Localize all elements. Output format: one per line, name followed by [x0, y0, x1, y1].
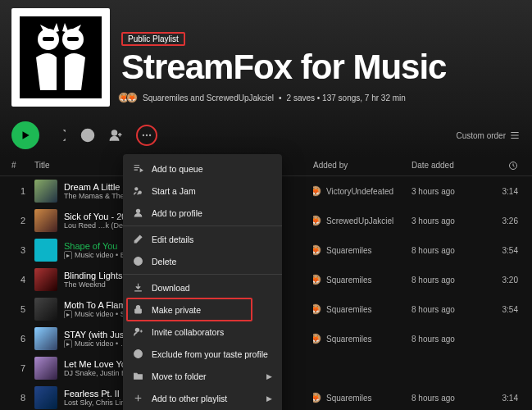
menu-item-invite[interactable]: Invite collaborators [123, 321, 282, 343]
date-added: 8 hours ago [412, 276, 485, 285]
play-button[interactable] [11, 121, 39, 149]
menu-label: Delete [152, 257, 176, 266]
track-cover [34, 298, 57, 321]
track-number: 2 [11, 216, 34, 226]
clock-icon [508, 161, 518, 171]
svg-point-8 [146, 134, 148, 136]
track-number: 1 [11, 186, 34, 196]
added-by[interactable]: 🦊VictoryUndefeated [313, 185, 412, 197]
track-cover [34, 180, 57, 203]
added-by[interactable]: 🦊Squaremiles [313, 333, 412, 344]
menu-item-edit[interactable]: Edit details [123, 228, 282, 250]
menu-label: Make private [152, 305, 201, 315]
menu-label: Download [152, 283, 190, 293]
playlist-title: StreamFox for Music [121, 48, 521, 87]
track-title[interactable]: Blinding Lights [64, 271, 123, 280]
menu-item-exclude[interactable]: Exclude from your taste profile [123, 343, 282, 365]
delete-icon [133, 256, 143, 266]
menu-item-download[interactable]: Download [123, 276, 282, 298]
exclude-icon [133, 348, 143, 359]
chevron-right-icon: ▶ [266, 372, 272, 380]
svg-rect-4 [67, 37, 79, 41]
shuffle-icon[interactable] [52, 128, 67, 143]
menu-label: Add to profile [152, 208, 202, 218]
menu-item-lock[interactable]: Make private [123, 298, 282, 321]
duration: 3:14 [485, 394, 518, 403]
date-added: 8 hours ago [412, 394, 485, 403]
download-icon[interactable] [80, 128, 95, 143]
duration: 3:26 [485, 216, 518, 226]
duration: 3:14 [485, 187, 518, 196]
menu-label: Add to other playlist [152, 394, 227, 403]
menu-label: Start a Jam [152, 186, 196, 196]
svg-point-11 [135, 188, 138, 190]
sort-selector[interactable]: Custom order [456, 130, 521, 141]
added-by[interactable]: 🦊Squaremiles [313, 303, 412, 315]
track-number: 3 [11, 245, 34, 255]
svg-rect-3 [43, 37, 54, 41]
track-number: 6 [11, 334, 34, 344]
menu-label: Add to queue [152, 164, 202, 174]
playlist-stats: 2 saves • 137 songs, 7 hr 32 min [287, 93, 406, 102]
svg-point-9 [149, 134, 151, 136]
action-bar: Custom order [0, 113, 532, 157]
menu-separator [123, 274, 282, 275]
svg-point-13 [136, 209, 139, 212]
edit-icon [133, 234, 143, 244]
profile-icon [133, 207, 143, 218]
invite-icon [133, 326, 143, 337]
duration: 3:54 [485, 246, 518, 255]
folder-icon [133, 371, 143, 381]
track-cover [34, 357, 57, 380]
menu-item-queue[interactable]: Add to queue [123, 157, 282, 180]
svg-point-7 [143, 134, 144, 136]
added-by[interactable]: 🦊ScrewedUpJakciel [313, 215, 412, 226]
menu-item-folder[interactable]: Move to folder▶ [123, 365, 282, 387]
added-by[interactable]: 🦊Squaremiles [313, 244, 412, 256]
date-added: 3 hours ago [412, 187, 485, 196]
track-cover [34, 268, 57, 291]
menu-item-jam[interactable]: Start a Jam [123, 180, 282, 202]
col-num: # [11, 161, 34, 172]
track-number: 7 [11, 363, 34, 373]
added-by[interactable]: 🦊Squaremiles [313, 392, 412, 403]
date-added: 8 hours ago [412, 305, 485, 314]
playlist-byline: 🦊🦊 Squaremiles and ScrewedUpJakciel • 2 … [121, 92, 521, 103]
track-number: 4 [11, 275, 34, 285]
added-by[interactable]: 🦊Squaremiles [313, 274, 412, 285]
date-added: 3 hours ago [412, 216, 485, 226]
track-cover [34, 386, 57, 409]
queue-icon [133, 163, 143, 174]
duration: 3:54 [485, 305, 518, 314]
col-added-by[interactable]: Added by [313, 161, 412, 172]
menu-item-plus[interactable]: Add to other playlist▶ [123, 387, 282, 409]
track-cover [34, 209, 57, 232]
creators[interactable]: Squaremiles and ScrewedUpJakciel [143, 93, 274, 102]
duration: 3:20 [485, 276, 518, 285]
svg-rect-15 [135, 309, 142, 313]
lock-icon [133, 304, 143, 315]
download-icon [133, 282, 143, 293]
more-options-button[interactable] [136, 125, 157, 146]
menu-label: Move to folder [152, 371, 207, 381]
menu-label: Exclude from your taste profile [152, 349, 268, 359]
chevron-right-icon: ▶ [266, 394, 272, 403]
col-duration[interactable] [485, 161, 518, 172]
menu-label: Edit details [152, 235, 193, 244]
jam-icon [133, 185, 143, 196]
visibility-badge: Public Playlist [121, 32, 185, 46]
menu-item-profile[interactable]: Add to profile [123, 202, 282, 224]
date-added: 8 hours ago [412, 246, 485, 255]
avatar: 🦊 [126, 92, 138, 103]
date-added: 8 hours ago [412, 335, 485, 344]
svg-rect-0 [20, 16, 102, 98]
menu-item-delete[interactable]: Delete [123, 250, 282, 272]
plus-icon [133, 393, 143, 403]
playlist-artwork [11, 8, 110, 107]
track-number: 5 [11, 304, 34, 314]
menu-label: Invite collaborators [152, 327, 224, 337]
svg-point-16 [135, 328, 139, 331]
col-date[interactable]: Date added [412, 161, 485, 172]
track-artist[interactable]: The Weeknd [64, 280, 123, 289]
add-user-icon[interactable] [108, 128, 123, 143]
